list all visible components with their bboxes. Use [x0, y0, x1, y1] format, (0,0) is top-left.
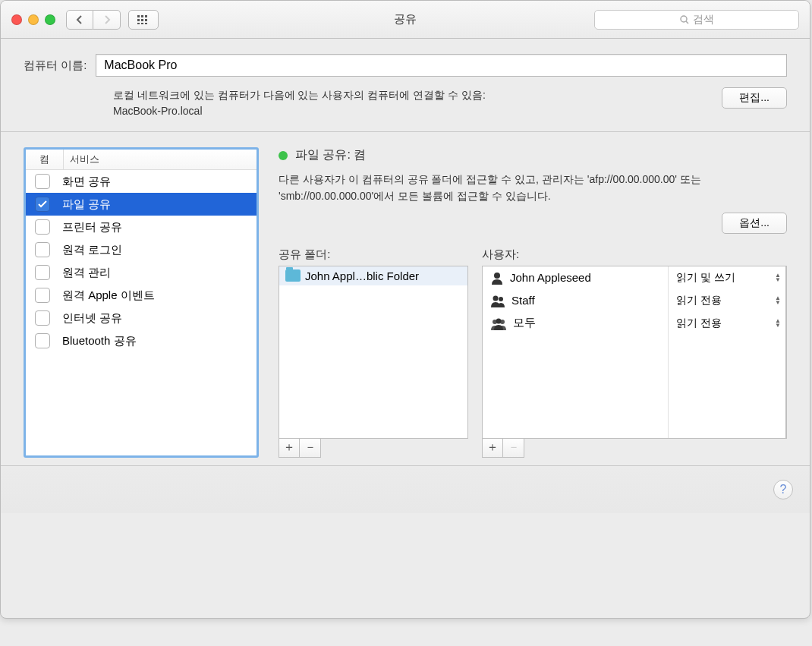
- svg-rect-2: [145, 15, 147, 17]
- computer-name-section: 컴퓨터 이름: 로컬 네트워크에 있는 컴퓨터가 다음에 있는 사용자의 컴퓨터…: [1, 39, 810, 132]
- help-button[interactable]: ?: [773, 480, 793, 499]
- permission-row[interactable]: 읽기 및 쓰기 ▲▼: [669, 266, 785, 289]
- header-service-column: 서비스: [64, 150, 257, 169]
- service-bluetooth-sharing[interactable]: Bluetooth 공유: [26, 329, 257, 352]
- service-label: 프린터 공유: [62, 220, 122, 235]
- shared-folders-label: 공유 폴더:: [279, 247, 468, 262]
- stepper-icon[interactable]: ▲▼: [775, 296, 781, 305]
- forward-button[interactable]: [93, 10, 121, 30]
- user-row[interactable]: 모두: [483, 312, 668, 335]
- service-printer-sharing[interactable]: 프린터 공유: [26, 216, 257, 238]
- service-remote-login[interactable]: 원격 로그인: [26, 238, 257, 261]
- two-user-icon: [490, 294, 505, 307]
- header-on-column: 켬: [26, 150, 64, 169]
- svg-point-11: [494, 273, 500, 279]
- sharing-preferences-window: 공유 검색 컴퓨터 이름: 로컬 네트워크에 있는 컴퓨터가 다음에 있는 사용…: [0, 0, 810, 619]
- service-remote-apple-events[interactable]: 원격 Apple 이벤트: [26, 284, 257, 307]
- add-folder-button[interactable]: ＋: [279, 438, 300, 458]
- close-window-button[interactable]: [11, 14, 22, 25]
- shared-folder-row[interactable]: John Appl…blic Folder: [279, 266, 467, 285]
- svg-point-13: [499, 297, 503, 301]
- svg-rect-7: [141, 23, 143, 24]
- shared-folders-column: 공유 폴더: John Appl…blic Folder ＋ －: [279, 247, 468, 458]
- svg-rect-1: [141, 15, 143, 17]
- minimize-window-button[interactable]: [28, 14, 39, 25]
- services-list[interactable]: 켬 서비스 화면 공유 파일 공유 프린터 공유 원격 로그인: [24, 147, 259, 458]
- users-label: 사용자:: [482, 247, 787, 262]
- service-label: 화면 공유: [62, 175, 111, 189]
- edit-hostname-button[interactable]: 편집...: [722, 87, 787, 109]
- service-label: 파일 공유: [62, 197, 111, 212]
- titlebar: 공유 검색: [1, 1, 810, 39]
- services-header: 켬 서비스: [26, 150, 257, 170]
- users-list[interactable]: John Appleseed Staff 모두: [482, 266, 787, 439]
- service-checkbox[interactable]: [35, 265, 50, 280]
- remove-user-button[interactable]: －: [503, 438, 524, 458]
- svg-point-9: [681, 16, 687, 22]
- user-name: John Appleseed: [510, 271, 591, 284]
- search-icon: [680, 15, 689, 24]
- svg-rect-4: [141, 19, 143, 21]
- service-checkbox[interactable]: [35, 174, 50, 189]
- service-label: 원격 Apple 이벤트: [62, 288, 155, 303]
- users-add-remove: ＋ －: [482, 438, 787, 458]
- svg-rect-6: [137, 23, 140, 24]
- service-label: Bluetooth 공유: [62, 334, 137, 348]
- search-placeholder: 검색: [693, 13, 714, 27]
- service-file-sharing[interactable]: 파일 공유: [26, 193, 257, 216]
- back-button[interactable]: [66, 10, 93, 30]
- svg-point-16: [496, 318, 502, 323]
- search-input[interactable]: 검색: [594, 10, 799, 30]
- service-label: 인터넷 공유: [62, 311, 122, 326]
- window-controls: [11, 14, 55, 25]
- service-checkbox[interactable]: [35, 288, 50, 303]
- remove-folder-button[interactable]: －: [300, 438, 321, 458]
- status-text: 파일 공유: 켬: [295, 147, 366, 163]
- user-row[interactable]: Staff: [483, 289, 668, 312]
- add-user-button[interactable]: ＋: [482, 438, 503, 458]
- nav-buttons: [66, 10, 121, 30]
- status-indicator-icon: [279, 151, 288, 160]
- folder-name: John Appl…blic Folder: [305, 269, 419, 282]
- svg-rect-8: [145, 23, 147, 24]
- shared-folders-list[interactable]: John Appl…blic Folder: [279, 266, 468, 439]
- computer-name-input[interactable]: [96, 54, 787, 77]
- permission-label: 읽기 전용: [676, 317, 722, 330]
- service-screen-sharing[interactable]: 화면 공유: [26, 170, 257, 193]
- service-checkbox[interactable]: [35, 333, 50, 348]
- service-internet-sharing[interactable]: 인터넷 공유: [26, 307, 257, 329]
- computer-name-label: 컴퓨터 이름:: [24, 58, 87, 73]
- user-name: Staff: [511, 294, 535, 307]
- permission-label: 읽기 전용: [676, 294, 722, 307]
- show-all-button[interactable]: [128, 10, 159, 30]
- stepper-icon[interactable]: ▲▼: [775, 319, 781, 328]
- service-description: 다른 사용자가 이 컴퓨터의 공유 폴더에 접근할 수 있고, 관리자는 'af…: [279, 171, 787, 205]
- service-checkbox[interactable]: [35, 310, 50, 326]
- user-row[interactable]: John Appleseed: [483, 266, 668, 289]
- group-user-icon: [490, 317, 507, 330]
- service-checkbox[interactable]: [35, 197, 50, 212]
- stepper-icon[interactable]: ▲▼: [775, 273, 781, 282]
- footer: ?: [1, 465, 810, 513]
- svg-point-12: [493, 295, 499, 301]
- options-button[interactable]: 옵션...: [722, 213, 787, 234]
- folders-add-remove: ＋ －: [279, 438, 468, 458]
- single-user-icon: [490, 271, 504, 285]
- permission-row[interactable]: 읽기 전용 ▲▼: [669, 312, 785, 335]
- svg-line-10: [686, 21, 688, 24]
- zoom-window-button[interactable]: [45, 14, 55, 25]
- folder-icon: [285, 269, 301, 282]
- users-column: 사용자: John Appleseed Staff: [482, 247, 787, 458]
- main-content: 켬 서비스 화면 공유 파일 공유 프린터 공유 원격 로그인: [1, 132, 810, 465]
- service-label: 원격 관리: [62, 266, 111, 280]
- service-label: 원격 로그인: [62, 243, 122, 257]
- service-detail-panel: 파일 공유: 켬 다른 사용자가 이 컴퓨터의 공유 폴더에 접근할 수 있고,…: [279, 147, 787, 458]
- service-checkbox[interactable]: [35, 242, 50, 257]
- service-remote-management[interactable]: 원격 관리: [26, 261, 257, 284]
- service-checkbox[interactable]: [35, 219, 50, 235]
- status-row: 파일 공유: 켬: [279, 147, 787, 163]
- computer-name-subtext: 로컬 네트워크에 있는 컴퓨터가 다음에 있는 사용자의 컴퓨터에 연결할 수 …: [113, 87, 486, 119]
- user-name: 모두: [513, 316, 536, 330]
- permission-row[interactable]: 읽기 전용 ▲▼: [669, 289, 785, 312]
- svg-rect-5: [145, 19, 147, 21]
